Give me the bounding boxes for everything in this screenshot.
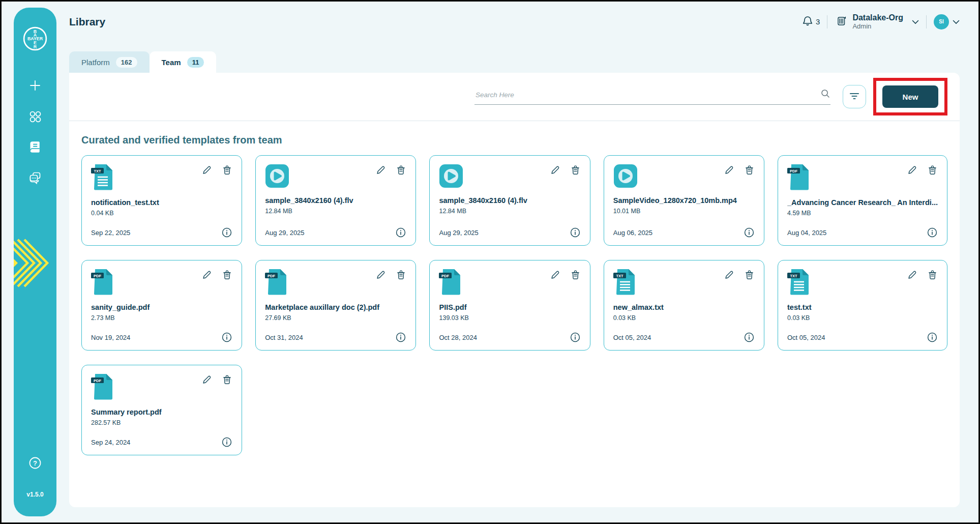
template-card[interactable]: PDF [255,260,416,351]
tab-platform[interactable]: Platform 162 [69,51,150,73]
info-button[interactable] [744,227,755,238]
template-card[interactable]: TXT [81,155,242,246]
org-text: Datalake-Org Admin [852,13,903,30]
info-button[interactable] [221,332,232,343]
edit-button[interactable] [376,165,387,176]
pdf-file-icon: PDF [439,269,461,297]
card-actions [907,269,938,280]
file-name: Summary report.pdf [91,408,232,416]
sidebar-item-help[interactable]: ? [27,455,43,473]
template-card[interactable]: SampleVideo_1280x720_10mb.mp4 10.01 MB A… [604,155,764,246]
divider-vertical [926,15,927,28]
card-top: PDF [265,269,406,297]
trash-icon [744,169,755,177]
org-selector[interactable]: Datalake-Org Admin [835,13,919,30]
txt-file-icon: TXT [91,164,113,192]
divider-vertical [827,15,827,28]
delete-button[interactable] [744,165,755,176]
org-name: Datalake-Org [852,13,903,22]
sidebar-item-library[interactable] [28,140,42,156]
delete-button[interactable] [927,270,938,280]
card-bottom: Sep 22, 2025 [91,227,232,238]
delete-button[interactable] [222,165,232,176]
file-size: 12.84 MB [439,208,580,215]
file-size: 27.69 KB [265,314,406,322]
sidebar-item-apps[interactable] [28,109,42,126]
pencil-icon [550,169,561,177]
chevron-down-icon [912,17,919,26]
delete-button[interactable] [927,165,938,176]
template-card[interactable]: PDF [81,260,242,351]
file-size: 2.73 MB [91,314,232,322]
sidebar-item-new[interactable] [28,79,42,94]
template-card[interactable]: PDF [778,155,947,246]
template-card[interactable]: sample_3840x2160 (4).flv 12.84 MB Aug 29… [255,155,416,246]
search-input[interactable] [474,91,820,99]
template-card[interactable]: TXT [778,260,947,351]
new-button[interactable]: New [882,85,938,108]
delete-button[interactable] [570,270,581,280]
edit-button[interactable] [907,165,918,176]
info-button[interactable] [395,332,406,343]
delete-button[interactable] [222,374,232,385]
info-icon [927,232,938,240]
file-name: Marketplace auxillary doc (2).pdf [265,303,406,311]
tab-team[interactable]: Team 11 [150,51,217,73]
filter-button[interactable] [843,85,866,108]
file-size: 139.03 KB [439,314,580,322]
edit-button[interactable] [907,270,918,280]
pdf-file-icon: PDF [91,373,113,402]
info-button[interactable] [927,227,938,238]
info-icon [221,232,232,240]
delete-button[interactable] [570,165,581,176]
template-card[interactable]: TXT [604,260,764,351]
edit-button[interactable] [724,165,735,176]
edit-button[interactable] [202,374,213,385]
delete-button[interactable] [744,270,755,280]
info-button[interactable] [744,332,755,343]
user-menu[interactable]: SI [934,14,960,30]
topbar: Library 3 [69,2,960,42]
svg-text:PDF: PDF [790,169,797,173]
card-actions [376,269,406,280]
info-button[interactable] [395,227,406,238]
content-panel: New Curated and verified templates from … [69,73,960,507]
svg-text:TXT: TXT [790,274,797,278]
delete-button[interactable] [222,270,232,280]
info-button[interactable] [221,436,232,448]
svg-text:?: ? [33,459,37,467]
edit-button[interactable] [202,270,213,280]
edit-button[interactable] [550,165,561,176]
sidebar-item-chat[interactable] [28,170,42,187]
file-date: Aug 06, 2025 [613,229,652,237]
delete-button[interactable] [396,270,406,280]
trash-icon [570,169,581,177]
info-button[interactable] [570,332,581,343]
card-actions [550,164,581,176]
edit-button[interactable] [202,165,213,176]
info-button[interactable] [221,227,232,238]
info-button[interactable] [570,227,581,238]
card-actions [550,269,581,280]
edit-button[interactable] [376,270,387,280]
info-button[interactable] [927,332,938,343]
edit-button[interactable] [550,270,561,280]
template-card[interactable]: PDF [429,260,590,351]
delete-button[interactable] [396,165,406,176]
trash-icon [570,274,581,282]
card-bottom: Oct 05, 2024 [613,332,755,343]
plus-icon [28,79,42,94]
edit-button[interactable] [724,270,735,280]
file-name: new_almax.txt [613,303,755,311]
template-card[interactable]: sample_3840x2160 (4).flv 12.84 MB Aug 29… [429,155,590,246]
template-card[interactable]: PDF [81,365,242,455]
svg-text:TXT: TXT [94,169,101,173]
file-date: Aug 29, 2025 [439,229,478,237]
info-icon [221,442,232,449]
notifications-button[interactable]: 3 [801,15,820,29]
file-name: sample_3840x2160 (4).flv [265,196,406,205]
pencil-icon [907,169,918,177]
info-icon [927,337,938,344]
trash-icon [222,169,232,177]
search-icon[interactable] [820,89,830,101]
